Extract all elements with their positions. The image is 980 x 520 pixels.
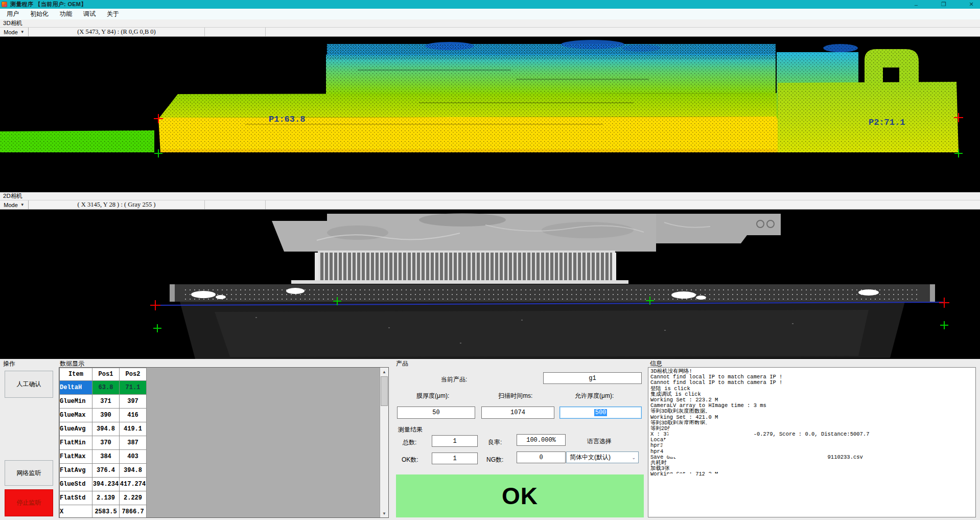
close-icon[interactable]: ✕ bbox=[968, 1, 975, 8]
film-thickness-field[interactable]: 50 bbox=[397, 406, 475, 419]
table-row[interactable]: GlueStd394.234417.274 bbox=[60, 478, 147, 491]
table-cell: 376.4 bbox=[92, 464, 120, 478]
table-row[interactable]: X2583.57866.7 bbox=[60, 505, 147, 518]
yield-field[interactable]: 100.000% bbox=[517, 434, 566, 446]
measurement-table: ItemPos1Pos2 DeltaH63.871.1GlueMin371397… bbox=[59, 368, 147, 518]
camera3d-mode-button[interactable]: Mode ▼ bbox=[0, 28, 29, 36]
menu-item-3[interactable]: 调试 bbox=[78, 9, 101, 19]
operation-button-0[interactable]: 人工确认 bbox=[5, 371, 53, 398]
table-row[interactable]: FlatMax384403 bbox=[60, 450, 147, 464]
chevron-down-icon: ⌄ bbox=[632, 455, 636, 460]
ng-count-field[interactable]: 0 bbox=[517, 451, 566, 463]
table-row[interactable]: GlueMax390416 bbox=[60, 409, 147, 422]
table-cell: 2583.5 bbox=[92, 505, 120, 518]
maximize-icon[interactable]: ❐ bbox=[940, 1, 947, 8]
camera2d-mode-button[interactable]: Mode ▼ bbox=[0, 200, 29, 209]
window-title: 测量程序 【当前用户: OEM】 bbox=[10, 1, 87, 8]
table-cell: GlueAvg bbox=[60, 422, 92, 436]
camera2d-label: 2D相机 bbox=[0, 192, 980, 200]
scan-time-field[interactable]: 1074 bbox=[481, 406, 554, 419]
current-product-label: 当前产品: bbox=[441, 375, 467, 384]
app-icon bbox=[2, 2, 7, 7]
operation-button-2[interactable]: 停止监听 bbox=[5, 489, 53, 516]
redaction-blob bbox=[662, 436, 764, 457]
table-cell: 417.274 bbox=[120, 478, 147, 491]
camera2d-status: ( X 3145, Y 28 ) : ( Gray 255 ) bbox=[29, 200, 205, 209]
p1-measurement-label: P1:63.8 bbox=[269, 115, 305, 124]
operation-panel: 操作 人工确认网络监听停止监听 bbox=[1, 359, 56, 519]
camera2d-view[interactable] bbox=[0, 210, 980, 359]
result-title: 测量结果 bbox=[398, 425, 423, 434]
p2-measurement-label: P2:71.1 bbox=[869, 118, 905, 127]
data-grid[interactable]: ItemPos1Pos2 DeltaH63.871.1GlueMin371397… bbox=[59, 367, 389, 518]
column-header-Pos2[interactable]: Pos2 bbox=[120, 368, 147, 381]
table-cell: 403 bbox=[120, 450, 147, 464]
log-line: Cannot find local IP to match camera IP … bbox=[650, 380, 973, 386]
allow-thickness-field[interactable]: 500 bbox=[559, 406, 642, 419]
scroll-down-icon[interactable]: ▼ bbox=[380, 509, 388, 517]
menu-item-1[interactable]: 初始化 bbox=[25, 9, 54, 19]
table-row[interactable]: FlatStd2.1392.229 bbox=[60, 491, 147, 505]
ok-count-field[interactable]: 1 bbox=[432, 453, 478, 464]
table-cell: 2.139 bbox=[92, 491, 120, 505]
menu-item-2[interactable]: 功能 bbox=[54, 9, 78, 19]
selected-text: 500 bbox=[594, 409, 608, 416]
redaction-blob bbox=[680, 462, 824, 471]
menu-item-0[interactable]: 用户 bbox=[1, 9, 25, 19]
table-row[interactable]: DeltaH63.871.1 bbox=[60, 381, 147, 395]
minimize-icon[interactable]: – bbox=[913, 2, 920, 8]
data-display-panel: 数据显示 ItemPos1Pos2 DeltaH63.871.1GlueMin3… bbox=[58, 359, 390, 519]
log-line: 等到3D取到灰度图数据。 bbox=[650, 409, 973, 414]
camera2d-mode-label: Mode bbox=[4, 202, 18, 208]
camera3d-toolbar: Mode ▼ (X 5473, Y 84) : (R 0,G 0,B 0) bbox=[0, 27, 980, 37]
current-product-field[interactable]: g1 bbox=[543, 372, 642, 384]
total-label: 总数: bbox=[403, 438, 416, 447]
table-cell: 7866.7 bbox=[120, 505, 147, 518]
table-cell: 419.1 bbox=[120, 422, 147, 436]
language-value: 简体中文(默认) bbox=[570, 453, 611, 462]
redaction-blob bbox=[666, 473, 692, 480]
column-header-Pos1[interactable]: Pos1 bbox=[92, 368, 120, 381]
operation-button-1[interactable]: 网络监听 bbox=[5, 460, 53, 486]
menu-bar: 用户初始化功能调试关于 bbox=[0, 9, 980, 19]
language-select[interactable]: 简体中文(默认) ⌄ bbox=[566, 451, 639, 463]
table-cell: 390 bbox=[92, 409, 120, 422]
scrollbar-thumb[interactable] bbox=[381, 376, 388, 406]
menu-item-4[interactable]: 关于 bbox=[101, 9, 125, 19]
language-label: 语言选择 bbox=[587, 437, 612, 446]
bottom-section: 操作 人工确认网络监听停止监听 数据显示 ItemPos1Pos2 DeltaH… bbox=[0, 359, 980, 520]
scroll-up-icon[interactable]: ▲ bbox=[380, 368, 388, 376]
title-bar: 测量程序 【当前用户: OEM】 – ❐ ✕ bbox=[0, 0, 980, 9]
allow-thickness-label: 允许厚度(μm): bbox=[575, 392, 614, 400]
ng-count-label: NG数: bbox=[486, 456, 503, 464]
operation-title: 操作 bbox=[3, 359, 15, 368]
table-row[interactable]: GlueMin371397 bbox=[60, 395, 147, 409]
camera3d-status: (X 5473, Y 84) : (R 0,G 0,B 0) bbox=[29, 28, 205, 36]
table-cell: 71.1 bbox=[120, 381, 147, 395]
camera2d-status-cell3 bbox=[266, 200, 980, 209]
product-title: 产品 bbox=[396, 359, 408, 368]
film-thickness-label: 膜厚度(μm): bbox=[416, 392, 449, 400]
product-panel: 产品 当前产品: g1 膜厚度(μm): 扫描时间ms: 允许厚度(μm): 5… bbox=[394, 359, 645, 519]
table-cell: 394.234 bbox=[92, 478, 120, 491]
camera3d-view[interactable]: P1:63.8 P2:71.1 bbox=[0, 37, 980, 192]
table-header-row: ItemPos1Pos2 bbox=[60, 368, 147, 381]
log-line: Working Set : 421.0 M bbox=[650, 415, 973, 420]
status-badge: OK bbox=[396, 474, 644, 517]
table-cell: 394.8 bbox=[120, 464, 147, 478]
camera3d-mode-label: Mode bbox=[4, 29, 18, 35]
table-cell: FlatStd bbox=[60, 491, 92, 505]
table-cell: 397 bbox=[120, 395, 147, 409]
table-cell: 371 bbox=[92, 395, 120, 409]
table-cell: DeltaH bbox=[60, 381, 92, 395]
table-scrollbar[interactable]: ▲ ▼ bbox=[380, 368, 388, 517]
table-cell: 387 bbox=[120, 436, 147, 450]
table-cell: GlueMin bbox=[60, 395, 92, 409]
table-row[interactable]: FlatAvg376.4394.8 bbox=[60, 464, 147, 478]
column-header-Item[interactable]: Item bbox=[60, 368, 92, 381]
log-line: Working Set : 712.2 M bbox=[650, 471, 973, 477]
table-row[interactable]: FlatMin370387 bbox=[60, 436, 147, 450]
table-row[interactable]: GlueAvg394.8419.1 bbox=[60, 422, 147, 436]
table-cell: GlueStd bbox=[60, 478, 92, 491]
total-field[interactable]: 1 bbox=[432, 435, 478, 447]
